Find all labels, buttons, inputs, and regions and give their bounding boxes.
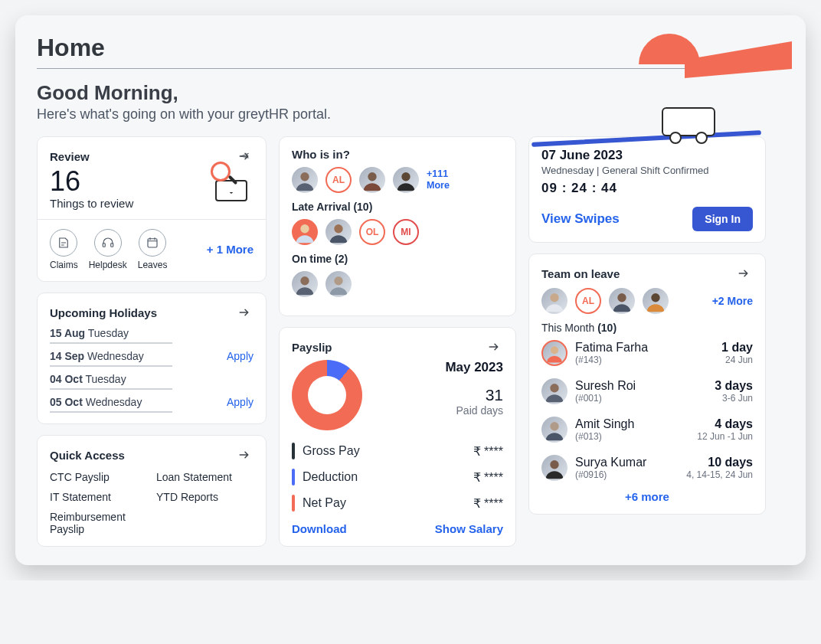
quickaccess-item[interactable]: Loan Statement xyxy=(156,471,253,483)
page-title: Home xyxy=(37,34,784,62)
leave-days: 10 days xyxy=(686,456,753,469)
quickaccess-item[interactable]: YTD Reports xyxy=(156,491,253,503)
payslip-donut-chart xyxy=(292,360,362,430)
svg-point-5 xyxy=(401,172,410,181)
holiday-apply-link[interactable]: Apply xyxy=(227,350,253,362)
whoisin-title: Who is in? xyxy=(292,148,350,161)
shift-clock: 09 : 24 : 44 xyxy=(541,181,753,196)
avatar[interactable] xyxy=(325,219,352,245)
show-salary-link[interactable]: Show Salary xyxy=(435,522,503,535)
avatar[interactable] xyxy=(643,288,669,314)
quickaccess-item[interactable]: CTC Payslip xyxy=(50,471,147,483)
download-link[interactable]: Download xyxy=(292,522,347,535)
avatar[interactable] xyxy=(541,455,568,481)
grosspay-amount: ₹ **** xyxy=(473,444,503,459)
quickaccess-card: Quick Access CTC PayslipLoan StatementIT… xyxy=(37,435,267,547)
teamleave-more-link[interactable]: +6 more xyxy=(541,490,753,503)
holiday-row: 15 Aug Tuesday xyxy=(50,321,253,342)
leave-days: 1 day xyxy=(721,341,753,355)
leave-days: 4 days xyxy=(697,417,753,431)
avatar-initials[interactable]: AL xyxy=(575,288,601,314)
whoisin-more-link[interactable]: +111 More xyxy=(427,168,459,191)
leave-days: 3 days xyxy=(715,379,753,393)
grosspay-label: Gross Pay xyxy=(303,444,360,458)
review-cat-claims[interactable]: Claims xyxy=(50,229,78,270)
review-more-link[interactable]: + 1 More xyxy=(207,242,253,257)
holiday-row: 14 Sep WednesdayApply xyxy=(50,344,253,365)
svg-point-13 xyxy=(551,346,558,354)
leave-name: Amit Singh xyxy=(575,417,634,431)
shift-date: 07 June 2023 xyxy=(541,148,753,163)
avatar[interactable] xyxy=(292,219,318,245)
avatar[interactable] xyxy=(292,167,318,193)
teamleave-title: Team on leave xyxy=(541,267,620,280)
svg-point-15 xyxy=(550,422,558,430)
avatar-initials[interactable]: OL xyxy=(359,219,385,245)
avatar-initials[interactable]: AL xyxy=(325,167,352,193)
holiday-date: 05 Oct Wednesday xyxy=(50,396,142,408)
leave-range: 3-6 Jun xyxy=(715,393,753,404)
leave-id: (#0916) xyxy=(575,469,646,480)
avatar[interactable] xyxy=(325,271,352,297)
avatar[interactable] xyxy=(359,167,385,193)
svg-point-7 xyxy=(334,224,342,233)
avatar-initials[interactable]: MI xyxy=(393,219,419,245)
holiday-date: 14 Sep Wednesday xyxy=(50,350,144,362)
view-swipes-link[interactable]: View Swipes xyxy=(541,211,620,227)
review-expand-icon[interactable] xyxy=(237,148,253,165)
subtitle: Here's what's going on with your greytHR… xyxy=(37,106,784,123)
ontime-label: On time (2) xyxy=(292,253,503,265)
divider xyxy=(38,219,266,220)
holiday-row: 04 Oct Tuesday xyxy=(50,367,253,388)
holiday-date: 15 Aug Tuesday xyxy=(50,327,129,339)
avatar[interactable] xyxy=(609,288,635,314)
netpay-amount: ₹ **** xyxy=(473,496,503,511)
payslip-expand-icon[interactable] xyxy=(486,338,503,355)
quickaccess-expand-icon[interactable] xyxy=(237,446,253,463)
avatar[interactable] xyxy=(541,340,568,366)
divider xyxy=(37,68,784,69)
leave-name: Fatima Farha xyxy=(575,341,648,355)
quickaccess-item[interactable]: Reimbursement Payslip xyxy=(50,511,147,535)
svg-point-6 xyxy=(300,224,309,233)
quickaccess-item[interactable]: IT Statement xyxy=(50,491,147,503)
review-title: Review xyxy=(50,150,90,163)
teamleave-expand-icon[interactable] xyxy=(736,265,753,282)
review-card: Review 16 Things to review xyxy=(37,136,267,282)
payslip-month: May 2023 xyxy=(445,360,503,375)
leave-range: 4, 14-15, 24 Jun xyxy=(686,469,753,480)
holiday-apply-link[interactable]: Apply xyxy=(227,396,253,408)
netpay-label: Net Pay xyxy=(303,496,346,510)
signin-button[interactable]: Sign In xyxy=(692,207,753,231)
avatar[interactable] xyxy=(541,288,568,314)
leave-id: (#143) xyxy=(575,355,648,365)
svg-point-11 xyxy=(617,293,626,302)
avatar[interactable] xyxy=(292,271,318,297)
holidays-title: Upcoming Holidays xyxy=(50,306,157,319)
deduction-amount: ₹ **** xyxy=(473,470,503,485)
review-cat-leaves[interactable]: Leaves xyxy=(138,229,168,270)
greeting: Good Morning, xyxy=(37,81,784,105)
leave-name: Surya Kumar xyxy=(575,456,646,469)
whoisin-card: Who is in? AL +111 More Late Arrival (10… xyxy=(279,136,516,316)
review-illustration xyxy=(209,165,253,201)
svg-point-8 xyxy=(300,276,309,285)
payslip-card: Payslip May 2023 31 Paid days xyxy=(279,327,516,547)
payslip-paid-days-label: Paid days xyxy=(445,404,503,417)
leave-range: 24 Jun xyxy=(721,355,753,365)
teamleave-top-more[interactable]: +2 More xyxy=(712,295,753,308)
shift-info: Wednesday | General Shift Confirmed xyxy=(541,165,753,176)
late-label: Late Arrival (10) xyxy=(292,201,503,213)
avatar[interactable] xyxy=(393,167,419,193)
holiday-row: 05 Oct WednesdayApply xyxy=(50,390,253,411)
review-cat-helpdesk[interactable]: Helpdesk xyxy=(89,229,127,270)
teamleave-month-label: This Month (10) xyxy=(541,322,753,334)
avatar[interactable] xyxy=(541,378,568,404)
leave-name: Suresh Roi xyxy=(575,379,636,393)
svg-point-3 xyxy=(300,172,309,181)
quickaccess-title: Quick Access xyxy=(50,449,125,462)
holidays-expand-icon[interactable] xyxy=(237,304,253,321)
svg-point-10 xyxy=(550,293,558,302)
svg-rect-0 xyxy=(103,244,105,247)
avatar[interactable] xyxy=(541,417,568,443)
